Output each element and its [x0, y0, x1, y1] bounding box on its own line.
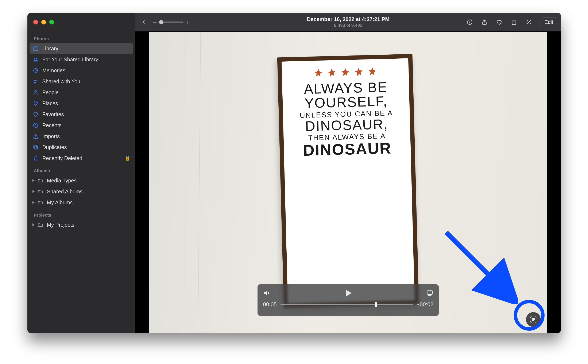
sidebar-item-label: For Your Shared Library [42, 57, 130, 63]
share-button[interactable] [480, 18, 489, 26]
wall-edge [185, 32, 185, 333]
info-button[interactable] [465, 18, 474, 26]
sidebar-item-recently-deleted[interactable]: Recently Deleted 🔒 [30, 153, 133, 164]
volume-button[interactable] [263, 290, 270, 297]
zoom-thumb[interactable] [159, 20, 163, 24]
sidebar: Photos Library For Your Shared Library M… [27, 13, 136, 333]
folder-icon [37, 188, 44, 195]
sidebar-item-label: Library [42, 46, 130, 52]
sidebar-item-for-your-shared-library[interactable]: For Your Shared Library [30, 54, 133, 65]
sidebar-item-my-projects[interactable]: My Projects [30, 219, 133, 230]
annotation-arrow [442, 228, 518, 304]
poster: ALWAYS BE YOURSELF, UNLESS YOU CAN BE A … [282, 58, 415, 304]
sidebar-item-recents[interactable]: Recents [30, 120, 133, 131]
zoom-slider[interactable]: – + [153, 19, 190, 26]
svg-rect-0 [33, 47, 38, 50]
sidebar-item-label: Shared with You [42, 78, 130, 84]
sidebar-item-my-albums[interactable]: My Albums [30, 197, 133, 208]
sidebar-item-shared-with-you[interactable]: Shared with You [30, 76, 133, 87]
zoom-in-button[interactable]: + [186, 19, 190, 26]
play-button[interactable] [343, 288, 353, 298]
svg-point-3 [36, 58, 37, 59]
back-button[interactable] [140, 18, 148, 26]
places-icon [32, 100, 39, 106]
favorite-button[interactable] [495, 18, 504, 26]
remaining-time: −00:02 [417, 301, 433, 308]
rotate-button[interactable] [510, 18, 518, 26]
shared-with-you-icon [32, 78, 39, 84]
airplay-button[interactable] [426, 290, 433, 297]
elapsed-time: 00:05 [263, 301, 277, 308]
sidebar-item-label: Places [42, 100, 130, 106]
sidebar-item-imports[interactable]: Imports [30, 131, 133, 142]
zoom-track[interactable] [159, 21, 183, 23]
sidebar-item-shared-albums[interactable]: Shared Albums [30, 186, 133, 197]
sidebar-item-library[interactable]: Library [30, 43, 133, 54]
sidebar-item-label: Recently Deleted [42, 155, 121, 161]
shared-library-icon [32, 56, 39, 63]
svg-point-6 [34, 80, 36, 81]
sidebar-item-places[interactable]: Places [30, 98, 133, 109]
sidebar-item-label: Shared Albums [47, 188, 130, 195]
svg-rect-11 [34, 137, 38, 139]
minimize-window-button[interactable] [41, 20, 46, 25]
toolbar: – + December 16, 2022 at 4:27:21 PM 9,49… [136, 13, 561, 32]
lock-icon: 🔒 [125, 156, 130, 161]
poster-line: YOURSELF, [304, 94, 388, 111]
wall-edge [213, 32, 213, 333]
people-icon [32, 89, 39, 96]
svg-rect-12 [35, 146, 38, 149]
window-controls [33, 20, 54, 25]
sidebar-section-projects: Projects [30, 213, 133, 219]
folder-icon [37, 199, 44, 206]
svg-point-2 [34, 58, 35, 59]
poster-line: DINOSAUR [303, 140, 392, 158]
svg-point-7 [36, 80, 37, 81]
sidebar-item-label: Media Types [47, 178, 130, 184]
svg-rect-13 [34, 145, 37, 148]
memories-icon [32, 67, 39, 74]
picture-frame: ALWAYS BE YOURSELF, UNLESS YOU CAN BE A … [277, 54, 419, 308]
scrubber[interactable] [280, 304, 413, 305]
sidebar-item-label: My Albums [47, 200, 130, 206]
svg-line-18 [446, 232, 507, 293]
dino-footprints [287, 65, 404, 79]
sidebar-item-media-types[interactable]: Media Types [30, 175, 133, 186]
photo-viewer: ALWAYS BE YOURSELF, UNLESS YOU CAN BE A … [136, 32, 561, 333]
folder-icon [37, 177, 44, 184]
video-controls: 00:05 −00:02 [258, 284, 439, 316]
folder-icon [37, 222, 44, 228]
svg-point-5 [35, 70, 37, 71]
favorites-icon [32, 111, 39, 117]
svg-point-9 [35, 102, 36, 103]
recents-icon [32, 122, 39, 128]
close-window-button[interactable] [33, 20, 38, 25]
sidebar-item-label: People [42, 89, 130, 96]
maximize-window-button[interactable] [49, 20, 54, 25]
sidebar-section-albums: Albums [30, 168, 133, 175]
svg-point-4 [34, 69, 38, 72]
poster-line: DINOSAUR, [305, 117, 388, 134]
sidebar-item-memories[interactable]: Memories [30, 65, 133, 76]
zoom-out-button[interactable]: – [153, 19, 157, 26]
svg-rect-16 [512, 21, 516, 25]
edit-button[interactable]: Edit [541, 17, 557, 27]
sidebar-item-label: Favorites [42, 111, 130, 117]
svg-point-8 [35, 91, 37, 92]
sidebar-item-people[interactable]: People [30, 87, 133, 98]
sidebar-item-label: My Projects [47, 222, 130, 228]
auto-enhance-button[interactable] [524, 18, 533, 26]
imports-icon [32, 133, 39, 139]
scrubber-thumb[interactable] [375, 302, 377, 307]
sidebar-item-label: Recents [42, 122, 130, 128]
sidebar-section-photos: Photos [30, 36, 133, 43]
sidebar-item-label: Imports [42, 133, 130, 139]
sidebar-item-duplicates[interactable]: Duplicates [30, 142, 133, 153]
wall-edge [198, 32, 201, 333]
sidebar-item-label: Duplicates [42, 144, 130, 150]
trash-icon [32, 155, 39, 161]
live-text-button[interactable] [526, 312, 541, 327]
sidebar-item-favorites[interactable]: Favorites [30, 109, 133, 120]
svg-rect-1 [34, 46, 37, 47]
photo-content: ALWAYS BE YOURSELF, UNLESS YOU CAN BE A … [149, 32, 547, 333]
